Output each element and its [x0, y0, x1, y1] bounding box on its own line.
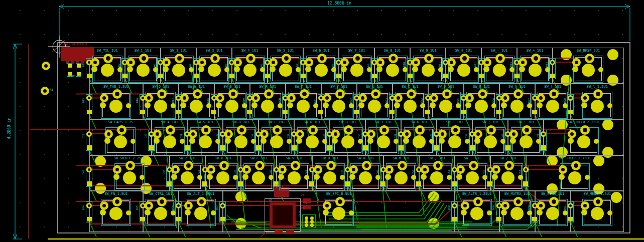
diode-pad[interactable] [407, 60, 413, 65]
switch-pad[interactable] [465, 94, 474, 102]
diode-pad[interactable] [274, 167, 279, 172]
diode-pad[interactable] [336, 74, 341, 78]
switch-pad[interactable] [207, 165, 215, 174]
diode-pad[interactable] [291, 131, 297, 137]
diode-pad[interactable] [220, 217, 225, 221]
diode-pad[interactable] [434, 145, 439, 150]
switch-pad[interactable] [296, 130, 304, 138]
diode-pad[interactable] [532, 203, 538, 208]
switch-pad[interactable] [585, 54, 594, 63]
switch-pad[interactable] [537, 94, 545, 102]
diode-pad[interactable] [354, 95, 359, 101]
switch-pad[interactable] [549, 89, 559, 99]
switch-pad[interactable] [112, 197, 122, 206]
diode-pad[interactable] [318, 95, 324, 101]
diode-pad[interactable] [211, 110, 216, 114]
diode-pad[interactable] [345, 181, 350, 186]
diode-pad[interactable] [87, 145, 92, 150]
switch-pad[interactable] [246, 54, 255, 63]
switch-pad[interactable] [228, 89, 238, 99]
diode-pad[interactable] [122, 74, 127, 78]
diode-pad[interactable] [309, 181, 314, 186]
switch-pad[interactable] [189, 130, 197, 138]
diode-pad[interactable] [176, 217, 181, 221]
diode-pad[interactable] [363, 145, 368, 150]
switch-pad[interactable] [210, 54, 220, 63]
switch-pad[interactable] [478, 89, 487, 99]
switch-pad[interactable] [581, 201, 589, 210]
diode-pad[interactable] [229, 74, 234, 78]
switch-pad[interactable] [407, 89, 416, 99]
switch-pad[interactable] [421, 165, 429, 174]
switch-pad[interactable] [157, 89, 167, 99]
switch-pad[interactable] [398, 161, 407, 170]
switch-pad[interactable] [362, 161, 371, 170]
diode-pad[interactable] [362, 131, 368, 137]
switch-pad[interactable] [492, 165, 500, 174]
diode-pad[interactable] [140, 110, 145, 114]
diode-pad[interactable] [532, 110, 537, 114]
switch-pad[interactable] [474, 130, 482, 138]
switch-pad[interactable] [260, 130, 269, 138]
switch-pad[interactable] [219, 161, 229, 170]
diode-pad[interactable] [390, 110, 395, 114]
switch-pad[interactable] [571, 161, 581, 170]
diode-pad[interactable] [452, 217, 457, 221]
diode-pad[interactable] [86, 131, 92, 137]
switch-pad[interactable] [344, 125, 353, 135]
diode-pad[interactable] [416, 181, 421, 186]
diode-pad[interactable] [211, 95, 217, 101]
diode-pad[interactable] [505, 131, 510, 137]
switch-pad[interactable] [353, 54, 362, 63]
diode-pad[interactable] [496, 217, 501, 221]
switch-pad[interactable] [269, 58, 278, 67]
diode-pad[interactable] [184, 131, 190, 137]
switch-pad[interactable] [216, 94, 224, 102]
switch-pad[interactable] [483, 58, 491, 67]
diode-pad[interactable] [568, 95, 573, 101]
diode-pad[interactable] [479, 74, 484, 78]
diode-pad[interactable] [496, 95, 502, 101]
diode-pad[interactable] [292, 145, 297, 150]
diode-pad[interactable] [443, 74, 448, 78]
switch-pad[interactable] [537, 201, 545, 210]
diode-pad[interactable] [568, 217, 573, 221]
diode-pad[interactable] [220, 145, 225, 150]
switch-pad[interactable] [273, 125, 282, 135]
diode-pad[interactable] [487, 167, 493, 172]
diode-pad[interactable] [469, 131, 475, 137]
switch-pad[interactable] [367, 130, 375, 138]
diode-pad[interactable] [149, 145, 154, 150]
switch-pad[interactable] [430, 94, 438, 102]
through-hole-pad[interactable] [42, 62, 50, 70]
switch-pad[interactable] [403, 130, 411, 138]
switch-pad[interactable] [473, 197, 483, 206]
switch-pad[interactable] [501, 201, 509, 210]
diode-pad[interactable] [158, 60, 163, 65]
diode-pad[interactable] [452, 181, 457, 186]
diode-pad[interactable] [194, 74, 199, 78]
switch-pad[interactable] [197, 197, 206, 206]
switch-pad[interactable] [331, 130, 340, 138]
switch-pad[interactable] [442, 89, 452, 99]
diode-pad[interactable] [167, 167, 172, 172]
switch-pad[interactable] [412, 58, 420, 67]
diode-pad[interactable] [283, 95, 288, 101]
diode-pad[interactable] [158, 74, 163, 78]
switch-pad[interactable] [469, 161, 478, 170]
diode-pad[interactable] [87, 110, 92, 114]
diode-pad[interactable] [202, 167, 208, 172]
switch-pad[interactable] [308, 125, 318, 135]
switch-pad[interactable] [242, 165, 251, 174]
diode-pad[interactable] [176, 95, 181, 101]
switch-pad[interactable] [379, 125, 389, 135]
diode-pad[interactable] [256, 145, 261, 150]
through-hole-pad[interactable] [41, 87, 49, 95]
diode-pad[interactable] [478, 60, 484, 65]
diode-pad[interactable] [380, 167, 386, 172]
switch-pad[interactable] [531, 54, 541, 63]
diode-pad[interactable] [122, 60, 127, 65]
switch-pad[interactable] [371, 89, 380, 99]
diode-pad[interactable] [568, 203, 573, 208]
diode-pad[interactable] [255, 131, 261, 137]
